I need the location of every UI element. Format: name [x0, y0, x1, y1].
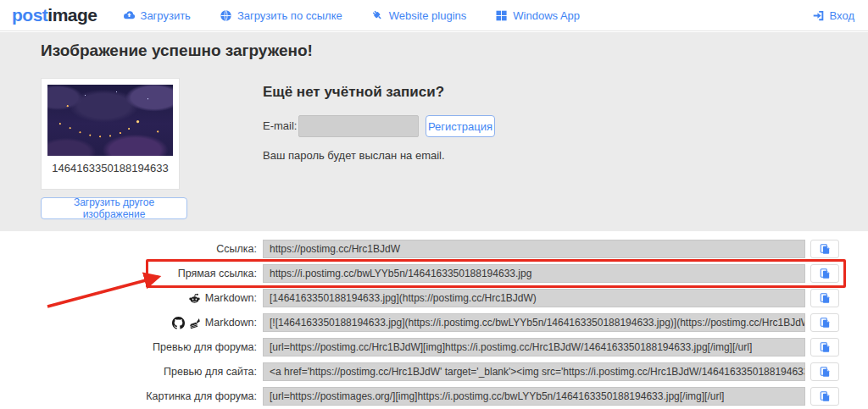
- link-row-1-highlighted: Прямая ссылка: https://i.postimg.cc/bwLY…: [0, 264, 868, 283]
- link-value-field[interactable]: [![1464163350188194633.jpg](https://i.po…: [263, 313, 805, 332]
- link-value-field[interactable]: https://postimg.cc/Hrc1BJdW: [263, 240, 805, 258]
- nav-item-upload[interactable]: Загрузить: [123, 9, 191, 22]
- link-value-field[interactable]: https://i.postimg.cc/bwLYYb5n/1464163350…: [263, 264, 805, 283]
- copy-icon: [819, 292, 831, 304]
- signup-note: Ваш пароль будет выслан на email.: [263, 149, 445, 162]
- link-row-label: Превью для форума:: [0, 338, 257, 356]
- uploaded-image-thumbnail[interactable]: [47, 85, 173, 156]
- nav-item-upload-by-link[interactable]: Загрузить по ссылке: [220, 9, 342, 22]
- copy-button[interactable]: [810, 264, 839, 283]
- github-icon: [172, 317, 185, 329]
- link-row-3: Markdown: [![1464163350188194633.jpg](ht…: [0, 313, 868, 332]
- nav-item-label: Загрузить по ссылке: [237, 9, 342, 22]
- copy-button[interactable]: [810, 289, 839, 307]
- link-row-label: Markdown:: [0, 313, 257, 332]
- email-label: E-mail:: [263, 115, 297, 137]
- link-row-4: Превью для форума: [url=https://postimg.…: [0, 338, 868, 356]
- page-title: Изображение успешно загружено!: [41, 41, 313, 60]
- uploaded-image-filename: 1464163350188194633: [42, 162, 179, 174]
- nav-item-label: Загрузить: [141, 9, 191, 22]
- link-row-label: Прямая ссылка:: [0, 264, 257, 283]
- copy-icon: [819, 317, 831, 329]
- copy-button[interactable]: [810, 240, 839, 258]
- sign-in-icon: [812, 9, 825, 22]
- link-value-field[interactable]: [url=https://postimg.cc/Hrc1BJdW][img]ht…: [263, 338, 805, 356]
- postimage-logo[interactable]: postimage: [12, 5, 97, 25]
- link-row-icons: [188, 292, 201, 305]
- signup-title: Ещё нет учётной записи?: [263, 84, 444, 101]
- email-input[interactable]: [298, 115, 419, 137]
- copy-icon: [819, 341, 831, 353]
- reddit-icon: [188, 292, 201, 305]
- link-row-6: Картинка для форума: [url=https://postim…: [0, 387, 868, 406]
- link-row-icons: [172, 317, 201, 329]
- copy-button[interactable]: [810, 362, 839, 381]
- copy-icon: [819, 390, 831, 402]
- link-row-label: Markdown:: [0, 289, 257, 307]
- link-row-label: Картинка для форума:: [0, 387, 257, 406]
- link-row-0: Ссылка: https://postimg.cc/Hrc1BJdW: [0, 240, 868, 258]
- uploaded-image-card: 1464163350188194633: [41, 78, 180, 190]
- link-value-field[interactable]: [1464163350188194633.jpg](https://postim…: [263, 289, 805, 307]
- globe-icon: [220, 9, 232, 22]
- navbar: postimage Загрузить Загрузить по ссылке …: [0, 0, 868, 31]
- nav-item-label: Windows App: [513, 9, 580, 22]
- gist-icon: [188, 317, 201, 329]
- nav-links: Загрузить Загрузить по ссылке Website pl…: [123, 9, 581, 22]
- link-row-2: Markdown: [1464163350188194633.jpg](http…: [0, 289, 868, 307]
- copy-icon: [819, 243, 831, 255]
- copy-icon: [819, 268, 831, 279]
- login-link[interactable]: Вход: [812, 9, 854, 22]
- cloud-upload-icon: [123, 9, 136, 22]
- upload-another-image-button[interactable]: Загрузить другое изображение: [41, 197, 187, 219]
- copy-button[interactable]: [810, 338, 839, 356]
- link-value-field[interactable]: <a href='https://postimg.cc/Hrc1BJdW' ta…: [263, 362, 805, 381]
- register-button[interactable]: Регистрация: [426, 115, 495, 137]
- logo-image: image: [47, 5, 97, 25]
- login-label: Вход: [830, 9, 854, 22]
- windows-icon: [495, 9, 508, 22]
- logo-post: post: [12, 5, 47, 25]
- nav-item-label: Website plugins: [389, 9, 467, 22]
- copy-icon: [819, 366, 831, 378]
- nav-item-website-plugins[interactable]: Website plugins: [371, 9, 467, 22]
- nav-item-windows-app[interactable]: Windows App: [495, 9, 580, 22]
- copy-button[interactable]: [810, 313, 839, 332]
- link-row-5: Превью для сайта: <a href='https://posti…: [0, 362, 868, 381]
- link-row-label: Превью для сайта:: [0, 362, 257, 381]
- link-row-label: Ссылка:: [0, 240, 257, 258]
- copy-button[interactable]: [810, 387, 839, 406]
- link-value-field[interactable]: [url=https://postimages.org/][img]https:…: [263, 387, 805, 406]
- plug-icon: [371, 9, 384, 22]
- postimage-page: postimage Загрузить Загрузить по ссылке …: [0, 0, 868, 409]
